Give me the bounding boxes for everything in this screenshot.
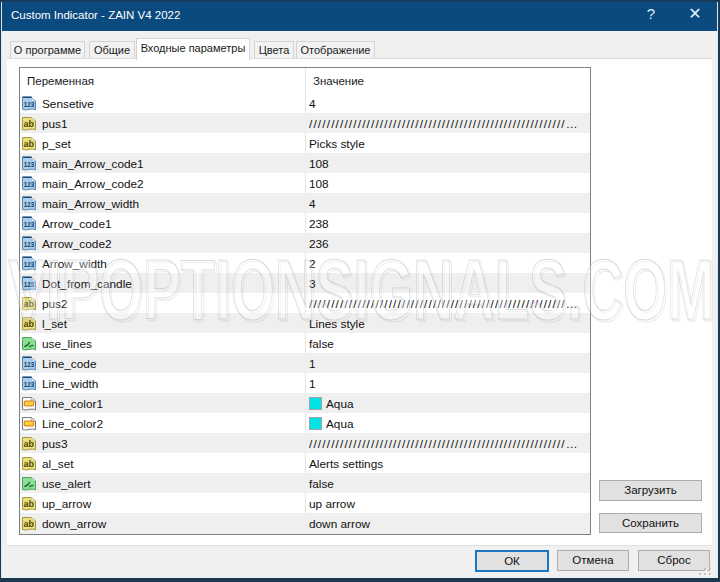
svg-text:ab: ab <box>24 459 35 469</box>
svg-text:123: 123 <box>24 240 35 249</box>
svg-text:ab: ab <box>24 319 35 329</box>
svg-text:123: 123 <box>24 100 35 109</box>
svg-text:ab: ab <box>24 119 35 129</box>
svg-text:ab: ab <box>24 139 35 149</box>
svg-text:123: 123 <box>24 200 35 209</box>
svg-text:ab: ab <box>24 299 35 309</box>
svg-text:123: 123 <box>24 260 35 269</box>
svg-text:ab: ab <box>24 439 35 449</box>
svg-text:123: 123 <box>24 180 35 189</box>
svg-text:ab: ab <box>24 519 35 529</box>
svg-text:123: 123 <box>24 280 35 289</box>
svg-text:123: 123 <box>24 380 35 389</box>
svg-text:123: 123 <box>24 160 35 169</box>
svg-text:ab: ab <box>24 499 35 509</box>
svg-text:123: 123 <box>24 360 35 369</box>
svg-text:123: 123 <box>24 220 35 229</box>
